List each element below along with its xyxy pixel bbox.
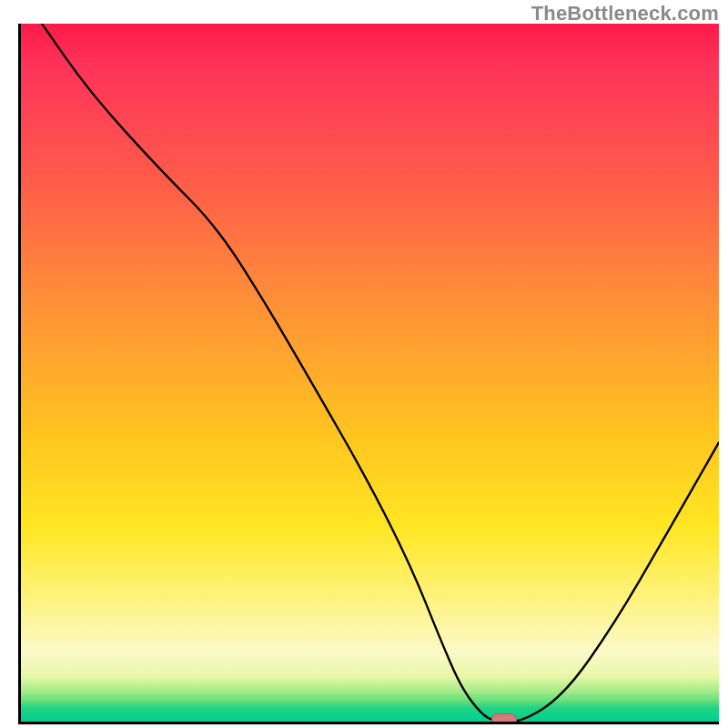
chart-frame: TheBottleneck.com [0, 0, 728, 728]
optimal-marker [491, 713, 517, 724]
plot-area [18, 24, 719, 724]
watermark-text: TheBottleneck.com [531, 2, 719, 25]
bottleneck-curve [21, 24, 719, 722]
